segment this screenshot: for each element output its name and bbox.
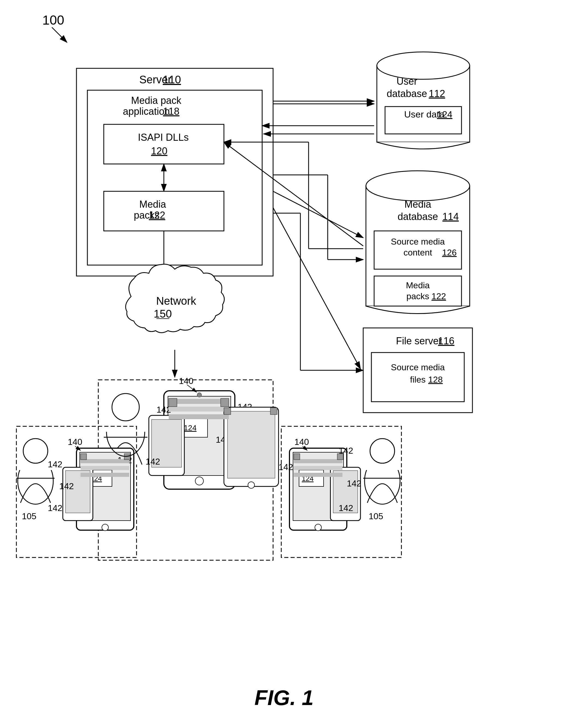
svg-rect-14 [374,231,461,269]
right-tablet-124: 124 [302,474,313,483]
right-140-label: 140 [294,437,309,447]
svg-rect-88 [337,454,343,460]
svg-rect-75 [81,459,129,463]
file-server-label: File server [396,335,442,347]
left-tablet-124: 124 [90,474,102,483]
svg-line-1 [63,38,67,42]
media-packs-inner-label2: packs [134,210,160,221]
center-142-3: 142 [216,435,230,445]
svg-rect-80 [294,473,342,477]
source-media-content-label1: Source media [391,237,445,246]
svg-rect-60 [63,467,93,521]
svg-rect-69 [330,467,360,521]
svg-point-41 [112,394,139,421]
svg-line-71 [302,446,307,450]
server-ref: 110 [163,74,181,86]
svg-rect-79 [294,466,342,470]
svg-line-62 [75,446,81,450]
diagram-number: 100 [42,13,64,27]
svg-point-53 [248,482,255,488]
left-142-3: 142 [117,455,132,465]
figure-label: FIG. 1 [255,686,314,710]
svg-rect-44 [168,396,231,475]
user-db-ref: 112 [429,88,445,99]
media-packs-db-label1: Media [406,280,429,290]
network-ref-text: 150 [154,308,172,320]
svg-point-63 [370,439,394,463]
media-packs-db-ref: 122 [431,291,446,301]
svg-rect-66 [293,452,343,521]
svg-point-89 [107,407,145,456]
svg-line-21 [224,142,363,246]
svg-rect-87 [294,454,300,460]
svg-rect-83 [224,408,231,415]
isapi-label: ISAPI DLLs [138,132,189,143]
svg-rect-39 [16,426,137,557]
svg-rect-38 [98,380,273,560]
svg-rect-70 [333,471,358,513]
source-media-content-ref: 126 [442,248,457,257]
svg-rect-43 [164,391,235,489]
right-142-2: 142 [347,479,361,488]
svg-rect-76 [81,466,129,470]
svg-rect-6 [104,124,224,164]
svg-point-54 [23,439,48,463]
left-person-ref: 105 [22,511,36,521]
center-device-140-label: 140 [179,376,193,386]
svg-rect-74 [169,414,229,419]
svg-rect-4 [77,68,273,276]
svg-point-67 [315,524,321,531]
tablet-124-ref: 124 [184,424,197,432]
right-142-3: 142 [279,462,293,472]
media-packs-inner-label: Media [139,199,166,210]
left-142-4: 142 [48,503,62,513]
media-db-ref: 114 [442,211,459,222]
center-142-4: 142 [146,457,160,466]
svg-rect-92 [363,470,407,525]
svg-point-46 [197,393,202,397]
svg-rect-11 [385,107,461,134]
diagram-svg: 100 Server 110 Media pack application 11… [0,0,568,728]
svg-rect-8 [104,191,224,231]
svg-rect-40 [281,426,401,557]
svg-rect-49 [152,419,182,467]
left-140-label: 140 [68,437,82,447]
center-142-1: 142 [157,405,171,415]
media-packs-inner-ref: 122 [149,210,165,221]
file-server-ref: 116 [438,335,454,347]
svg-rect-57 [80,452,131,521]
svg-line-50 [187,385,197,392]
left-142-1: 142 [48,459,62,469]
svg-line-20 [273,191,363,238]
center-142-2: 142 [238,402,252,412]
svg-line-0 [52,27,63,38]
source-media-files-ref: 128 [428,375,443,384]
media-app-label-line2: application [123,106,170,117]
svg-rect-48 [149,415,184,475]
center-person-ref: 105 [92,473,106,483]
source-media-files-label1: Source media [391,362,445,372]
network-label: Network [156,295,197,307]
right-142-4: 142 [338,503,353,513]
media-app-ref: 118 [163,106,180,117]
isapi-ref: 120 [151,145,167,157]
user-data-label: User data [404,109,444,119]
svg-rect-59 [87,470,112,486]
svg-rect-12 [366,186,470,306]
svg-rect-91 [15,470,59,525]
media-db-label2: database [398,211,438,222]
svg-rect-78 [294,459,342,463]
svg-rect-77 [81,473,129,477]
svg-rect-86 [124,454,130,460]
svg-line-22 [273,208,360,369]
svg-rect-17 [371,353,464,402]
svg-rect-84 [271,408,277,415]
svg-rect-47 [180,418,208,437]
media-db-label1: Media [404,199,431,210]
right-142-1: 142 [338,446,353,456]
svg-rect-90 [104,432,148,486]
source-media-content-label2: content [404,248,432,257]
right-person-ref: 105 [369,511,383,521]
svg-point-58 [102,524,108,531]
svg-rect-9 [377,66,470,142]
